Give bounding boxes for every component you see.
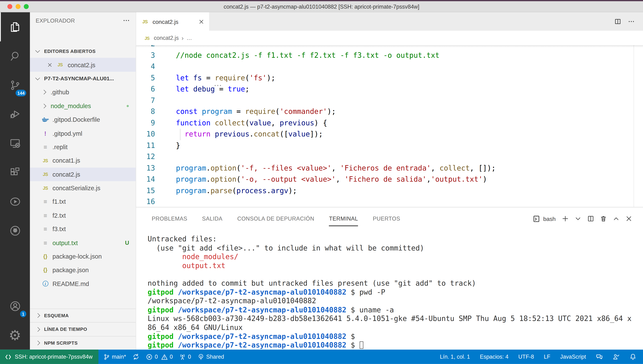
status-branch[interactable]: main*	[103, 354, 126, 360]
activity-bar-item-runc[interactable]	[0, 187, 30, 216]
more-actions-icon[interactable]	[628, 18, 635, 25]
code-line-12[interactable]: 12	[136, 151, 643, 162]
code-line-7[interactable]: 7	[136, 95, 643, 106]
close-icon[interactable]	[47, 62, 53, 68]
line-number: 15	[136, 185, 155, 196]
open-editor-item-concat2.js[interactable]: JSconcat2.js	[30, 58, 136, 72]
minimize-window-button[interactable]	[16, 4, 21, 9]
tree-item-.gitpod.yml[interactable]: !.gitpod.yml	[30, 126, 136, 140]
status-person[interactable]	[613, 353, 620, 360]
status-item-l-n-1-col-1[interactable]: Lín. 1, col. 1	[440, 354, 470, 360]
close-panel-icon[interactable]	[625, 215, 632, 222]
activity-bar-item-scm[interactable]: 144	[0, 70, 30, 100]
kill-terminal-icon[interactable]	[600, 215, 607, 222]
close-tab-icon[interactable]	[198, 19, 204, 24]
more-actions-icon[interactable]	[123, 17, 130, 24]
open-editors-section-header[interactable]: EDITORES ABIERTOS	[30, 44, 136, 58]
tree-item-concat1.js[interactable]: JSconcat1.js	[30, 154, 136, 167]
activity-bar-item-debug[interactable]	[0, 100, 30, 128]
status-tower[interactable]: 0	[179, 354, 191, 360]
code-line-6[interactable]: 6let debug = true;	[136, 84, 643, 95]
file-label: .gitpod.Dockerfile	[53, 116, 100, 123]
activity-bar-item-files[interactable]	[0, 12, 30, 42]
activity-bar: 144 1⚙	[0, 12, 30, 350]
terminal-icon	[532, 215, 540, 222]
status-item-lf[interactable]: LF	[544, 354, 550, 360]
close-window-button[interactable]	[7, 4, 12, 9]
breadcrumb[interactable]: JS concat2.js › …	[136, 31, 643, 45]
js-file-icon: JS	[42, 158, 49, 163]
activity-bar-item-account[interactable]: 1	[0, 292, 30, 320]
code-editor[interactable]: 23//node concat2.js -f f1.txt -f f2.txt …	[136, 45, 643, 207]
status-error[interactable]: 0	[146, 354, 158, 360]
js-file-icon: JS	[143, 36, 151, 40]
chevron-right-icon	[36, 327, 40, 331]
status-item-utf-8[interactable]: UTF-8	[518, 354, 534, 360]
tree-item-README.md[interactable]: iREADME.md	[30, 277, 136, 290]
tab-concat2js[interactable]: JS concat2.js	[136, 12, 209, 31]
yaml-warning-icon: !	[42, 130, 49, 137]
new-terminal-icon[interactable]	[562, 215, 569, 222]
activity-bar-item-gear[interactable]: ⚙	[0, 320, 30, 350]
terminal-cursor	[360, 342, 363, 349]
remote-indicator[interactable]: SSH: apricot-primate-7pssv84w	[0, 350, 98, 364]
sidebar-section-npm-scripts[interactable]: NPM SCRIPTS	[30, 336, 136, 350]
activity-bar-item-search[interactable]	[0, 42, 30, 70]
terminal-line: output.txt	[148, 262, 640, 270]
tree-item-f2.txt[interactable]: ≡f2.txt	[30, 208, 136, 222]
code-line-11[interactable]: 11}	[136, 140, 643, 151]
tree-item-.gitpod.Dockerfile[interactable]: .gitpod.Dockerfile	[30, 112, 136, 126]
code-line-9[interactable]: 9function collect(value, previous) {	[136, 118, 643, 129]
tree-item-node_modules[interactable]: node_modules●	[30, 99, 136, 112]
breadcrumb-more[interactable]: …	[187, 35, 192, 41]
code-line-4[interactable]: 4	[136, 61, 643, 72]
panel-tab-problemas[interactable]: PROBLEMAS	[152, 208, 187, 230]
code-line-5[interactable]: 5let fs = require('fs');	[136, 72, 643, 84]
code-line-16[interactable]: 16	[136, 196, 643, 207]
tree-item-package.json[interactable]: {}package.json	[30, 263, 136, 277]
tree-item-f1.txt[interactable]: ≡f1.txt	[30, 195, 136, 208]
activity-bar-bottom: 1⚙	[0, 292, 30, 350]
zoom-window-button[interactable]	[24, 4, 29, 9]
code-line-3[interactable]: 3//node concat2.js -f f1.txt -f f2.txt -…	[136, 50, 643, 61]
sidebar-section-esquema[interactable]: ESQUEMA	[30, 308, 136, 322]
code-line-15[interactable]: 15program.parse(process.argv);	[136, 185, 643, 196]
chevron-down-icon[interactable]	[574, 215, 581, 222]
status-item-javascript[interactable]: JavaScript	[560, 354, 586, 360]
breadcrumb-file[interactable]: concat2.js	[154, 35, 179, 41]
panel-tab-consola-de-depuraci-n[interactable]: CONSOLA DE DEPURACIÓN	[237, 208, 314, 230]
tree-item-.replit[interactable]: ≡.replit	[30, 140, 136, 154]
split-editor-icon[interactable]	[614, 18, 621, 25]
code-line-13[interactable]: 13program.option('-f, --files <value>', …	[136, 162, 643, 174]
tree-item-f3.txt[interactable]: ≡f3.txt	[30, 222, 136, 236]
tree-item-concatSerialize.js[interactable]: JSconcatSerialize.js	[30, 181, 136, 195]
workspace-root-folder[interactable]: P7-T2-ASYNCMAP-ALU01...	[30, 72, 136, 85]
maximize-panel-icon[interactable]	[613, 215, 620, 222]
activity-bar-item-github[interactable]	[0, 216, 30, 245]
terminal-content[interactable]: Untracked files: (use "git add <file>...…	[148, 230, 640, 350]
line-number: 8	[136, 106, 155, 118]
panel-tab-puertos[interactable]: PUERTOS	[373, 208, 400, 230]
tree-item-concat2.js[interactable]: JSconcat2.js	[30, 168, 136, 181]
code-line-14[interactable]: 14program.option('-o, --output <value>',…	[136, 174, 643, 185]
sidebar-section-l-nea-de-tiempo[interactable]: LÍNEA DE TIEMPO	[30, 322, 136, 336]
status-warningt[interactable]: 0	[161, 354, 173, 360]
panel-tab-salida[interactable]: SALIDA	[202, 208, 223, 230]
panel-tab-terminal[interactable]: TERMINAL	[329, 208, 358, 230]
status-share[interactable]: Shared	[198, 354, 224, 360]
tree-item-output.txt[interactable]: ≡output.txtU	[30, 236, 136, 250]
status-item-espacios-4[interactable]: Espacios: 4	[480, 354, 509, 360]
tree-item-package-lock.json[interactable]: {}package-lock.json	[30, 250, 136, 263]
code-line-8[interactable]: 8const program = require('commander');	[136, 106, 643, 118]
files-icon	[9, 20, 21, 33]
split-terminal-icon[interactable]	[587, 215, 594, 222]
tree-item-.github[interactable]: .github	[30, 85, 136, 99]
line-number: 4	[136, 61, 155, 72]
status-feedback[interactable]	[596, 353, 603, 360]
activity-bar-item-remote[interactable]	[0, 129, 30, 158]
terminal-shell-selector[interactable]: bash	[532, 215, 556, 222]
status-sync[interactable]	[133, 353, 140, 360]
activity-bar-item-ext[interactable]	[0, 158, 30, 187]
code-line-10[interactable]: 10 return previous.concat([value]);	[136, 129, 643, 140]
status-bell[interactable]	[629, 353, 636, 360]
